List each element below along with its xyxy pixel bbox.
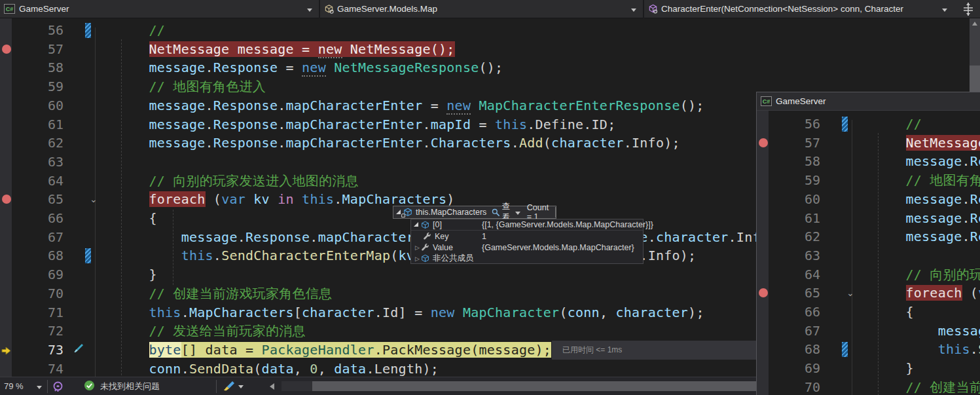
document-health-indicator[interactable]: 未找到相关问题 [84,377,160,395]
code-text: NetMessage message = new NetMessage(); [52,40,455,59]
code-line[interactable]: 60 message.Response.mapCharacterEnter = … [757,190,980,209]
split-window-handle[interactable] [960,2,976,16]
datatip-header[interactable]: this.MapCharacters 查看 Count = 1 [393,206,556,219]
horizontal-scrollbar-thumb[interactable] [312,381,761,391]
code-line[interactable]: 56 // [757,115,980,134]
collapsed-triangle-icon[interactable]: ▷ [415,255,420,262]
code-text: // 发送给当前玩家的消息 [52,322,306,341]
chevron-down-icon [307,9,312,12]
scroll-up-arrow-icon[interactable] [972,22,977,26]
code-line[interactable]: 70 // 创建当前游戏玩家角色信息 [757,378,980,395]
code-text: message.Response.mapCharacterEnter.mapId… [809,209,980,228]
breakpoint-icon[interactable] [759,288,768,297]
code-line[interactable]: 67 message.Response.mapCharacterEnter.Ch… [757,322,980,341]
code-text: // 创建当前游戏玩家角色信息 [52,284,332,303]
paintbrush-icon [223,380,236,393]
perf-tip-label: 已用时间 <= 1ms [562,345,622,354]
datatip-row[interactable]: ▷非公共成员 [411,253,643,264]
code-text: message.Response.mapCharacterEnter.Chara… [809,227,980,246]
code-text: message.Response.mapCharacterEnter = new… [809,190,980,209]
code-text: foreach (var kv in this.MapCharacters) [809,284,980,303]
member-dropdown-label: CharacterEnter(NetConnection<NetSession>… [661,4,903,14]
chevron-down-icon[interactable] [515,212,520,215]
breakpoint-icon[interactable] [2,45,11,54]
code-text: // 向别的玩家发送进入地图的消息 [809,265,980,284]
no-issues-icon [84,380,95,393]
cube-lock-icon [403,208,412,217]
code-line[interactable]: 64 // 向别的玩家发送进入地图的消息 [757,265,980,284]
code-line[interactable]: 58 message.Response = new NetMessageResp… [0,58,970,77]
code-text: conn.SendData(data, 0, data.Length); [52,360,439,377]
datatip-row[interactable]: Key1 [411,231,643,242]
code-text: } [52,265,157,284]
code-line[interactable]: 57 NetMessage message = new NetMessage()… [757,134,980,153]
datatip-row[interactable]: ▷Value{GameServer.Models.Map.MapCharacte… [411,242,643,253]
code-text: message.Response.mapCharacterEnter.Chara… [809,322,980,341]
datatip-row-name: 非公共成员 [433,253,474,264]
chevron-down-icon [942,9,947,12]
line-number: 63 [769,246,820,265]
class-icon [324,4,334,14]
magnifier-icon[interactable] [492,208,500,217]
code-navigation-bar: C# GameServer GameServer.Models.Map Char… [0,0,980,18]
datatip-expression: this.MapCharacters [416,208,486,217]
code-text: // 创建当前游戏玩家角色信息 [809,378,980,395]
breakpoint-icon[interactable] [759,138,768,147]
paintbrush-menu[interactable] [223,379,253,394]
code-line[interactable]: 61 message.Response.mapCharacterEnter.ma… [757,209,980,228]
code-line[interactable]: 69 } [757,359,980,378]
datatip-row-name: [0] [433,220,442,229]
member-dropdown[interactable]: CharacterEnter(NetConnection<NetSession>… [644,1,954,18]
current-statement-highlight: byte[] data = PackageHandler.PackMessage… [149,342,552,358]
code-text: this.SendCharacterEnterMap(kv.Value.conn… [809,340,980,359]
datatip-row-value: 1 [482,232,486,241]
datatip-row[interactable]: [0]{[1, {GameServer.Models.Map.MapCharac… [411,219,643,231]
wrench-icon [423,232,431,240]
zoom-level-value: 79 % [4,381,24,391]
code-text: message.Response = new NetMessageRespons… [809,152,980,171]
code-line[interactable]: 57 NetMessage message = new NetMessage()… [0,40,970,59]
datatip-row-name: Value [433,243,453,252]
code-line[interactable]: 58 message.Response = new NetMessageResp… [757,152,980,171]
code-text: // 地图有角色进入 [52,77,266,96]
intellicode-icon[interactable] [52,381,64,394]
csharp-project-icon: C# [761,96,772,106]
code-line[interactable]: 59 // 地图有角色进入 [757,171,980,190]
code-text: message.Response.mapCharacterEnter.mapId… [52,115,615,134]
datatip-body[interactable]: [0]{[1, {GameServer.Models.Map.MapCharac… [410,219,644,264]
chevron-down-icon [631,9,636,12]
chevron-down-icon [37,386,42,389]
code-line[interactable]: 63 [757,246,980,265]
panel-title-label: GameServer [776,96,826,106]
perf-tip[interactable]: 已用时间 <= 1ms [552,341,756,360]
panel-title-bar[interactable]: C# GameServer [757,92,980,111]
code-line[interactable]: 62 message.Response.mapCharacterEnter.Ch… [757,227,980,246]
breakpoint-icon[interactable] [2,195,11,204]
code-text: // 向别的玩家发送进入地图的消息 [52,172,359,191]
divider [216,380,217,393]
code-text: this.MapCharacters[character.Id] = new M… [52,303,704,322]
code-text: byte[] data = PackageHandler.PackMessage… [52,341,551,360]
project-dropdown[interactable]: C# GameServer [0,1,319,18]
code-line[interactable]: 56 // [0,21,970,40]
datatip-row-value: {[1, {GameServer.Models.Map.MapCharacter… [482,220,653,229]
health-message: 未找到相关问题 [100,381,160,392]
code-text: NetMessage message = new NetMessage(); [809,134,980,153]
type-dropdown-label: GameServer.Models.Map [337,4,437,14]
divider [47,380,48,393]
expanded-triangle-icon[interactable] [414,222,418,227]
code-text: message.Response.mapCharacterEnter.Chara… [52,134,680,153]
code-line[interactable]: 65⌄ foreach (var kv in this.MapCharacter… [757,284,980,303]
breakpoint-line-highlight: NetMessage message = new NetMessage(); [149,41,455,57]
zoom-level-select[interactable]: 79 % [0,377,47,395]
expanded-triangle-icon[interactable] [396,210,401,214]
collapsed-triangle-icon[interactable]: ▷ [415,244,420,251]
type-dropdown[interactable]: GameServer.Models.Map [320,1,643,18]
code-line[interactable]: 68 this.SendCharacterEnterMap(kv.Value.c… [757,340,980,359]
scroll-left-arrow-icon[interactable] [270,383,274,390]
datatip-row-value: {GameServer.Models.Map.MapCharacter} [482,243,634,252]
code-line[interactable]: 66 { [757,303,980,322]
cube-icon [421,221,429,229]
code-text: // [809,115,922,134]
panel-code-editor[interactable]: 56 //57 NetMessage message = new NetMess… [757,111,980,395]
